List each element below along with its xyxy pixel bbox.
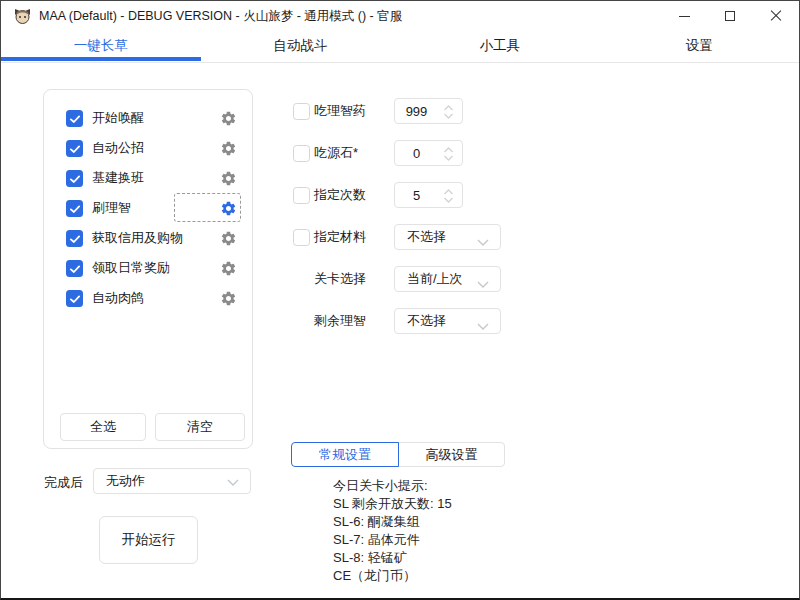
settings-tab-advanced[interactable]: 高级设置: [398, 442, 505, 467]
fight-row: 指定次数5: [1, 180, 799, 210]
tip-line: CE（龙门币）: [333, 567, 452, 585]
dropdown[interactable]: 不选择: [394, 308, 501, 334]
fight-checkbox[interactable]: [293, 145, 310, 162]
fight-row: 指定材料不选择: [1, 222, 799, 252]
window-title: MAA (Default) - DEBUG VERSION - 火山旅梦 - 通…: [39, 8, 402, 25]
start-run-button[interactable]: 开始运行: [99, 516, 198, 564]
dropdown-value: 无动作: [106, 472, 145, 490]
fight-checkbox[interactable]: [293, 187, 310, 204]
clear-button[interactable]: 清空: [155, 413, 245, 441]
close-icon: [770, 10, 782, 22]
tip-line: SL-7: 晶体元件: [333, 531, 452, 549]
fight-label: 剩余理智: [314, 312, 366, 330]
app-icon: [14, 8, 31, 25]
tab-label: 一键长草: [74, 37, 128, 55]
settings-tab-general[interactable]: 常规设置: [291, 442, 399, 467]
window-controls: [661, 1, 799, 31]
fight-label: 指定材料: [314, 228, 366, 246]
fight-row: 吃理智药999: [1, 96, 799, 126]
settings-tab-label: 常规设置: [319, 446, 371, 464]
dropdown-value: 不选择: [407, 228, 446, 246]
after-completion-label: 完成后: [44, 474, 83, 492]
fight-label: 吃源石*: [314, 144, 358, 162]
chevron-down-icon: [477, 319, 489, 334]
main-tabs: 一键长草自动战斗小工具设置: [1, 31, 799, 61]
tabbar-divider: [1, 62, 799, 63]
tab-farming[interactable]: 一键长草: [1, 31, 201, 61]
dropdown[interactable]: 当前/上次: [394, 266, 501, 292]
spinner-arrows-icon[interactable]: [443, 146, 454, 166]
tip-line: SL-8: 轻锰矿: [333, 549, 452, 567]
chevron-down-icon: [477, 235, 489, 250]
tab-copilot[interactable]: 自动战斗: [201, 31, 401, 61]
number-spinner[interactable]: 5: [394, 182, 463, 208]
tab-settings[interactable]: 设置: [600, 31, 800, 61]
tab-label: 设置: [686, 37, 713, 55]
settings-tab-label: 高级设置: [426, 446, 478, 464]
chevron-down-icon: [477, 277, 489, 292]
dropdown-value: 当前/上次: [407, 270, 463, 288]
close-button[interactable]: [753, 1, 799, 31]
fight-label: 指定次数: [314, 186, 366, 204]
spinner-value: 999: [395, 99, 438, 123]
maximize-icon: [725, 11, 735, 21]
spinner-value: 5: [395, 183, 438, 207]
fight-label: 关卡选择: [314, 270, 366, 288]
stage-tips: 今日关卡小提示:SL 剩余开放天数: 15SL-6: 酮凝集组SL-7: 晶体元…: [333, 477, 452, 585]
minimize-icon: [679, 16, 690, 17]
dropdown-value: 不选择: [407, 312, 446, 330]
dropdown[interactable]: 不选择: [394, 224, 501, 250]
fight-label: 吃理智药: [314, 102, 366, 120]
tab-toolbox[interactable]: 小工具: [400, 31, 600, 61]
fight-row: 吃源石*0: [1, 138, 799, 168]
spinner-value: 0: [395, 141, 438, 165]
spinner-arrows-icon[interactable]: [443, 104, 454, 124]
title-bar: MAA (Default) - DEBUG VERSION - 火山旅梦 - 通…: [1, 1, 799, 31]
tip-line: SL 剩余开放天数: 15: [333, 495, 452, 513]
fight-row: 关卡选择当前/上次: [1, 264, 799, 294]
tip-line: SL-6: 酮凝集组: [333, 513, 452, 531]
tab-label: 小工具: [480, 37, 521, 55]
tab-label: 自动战斗: [273, 37, 327, 55]
fight-row: 剩余理智不选择: [1, 306, 799, 336]
minimize-button[interactable]: [661, 1, 707, 31]
spinner-arrows-icon[interactable]: [443, 188, 454, 208]
select-all-button[interactable]: 全选: [60, 413, 146, 441]
chevron-down-icon: [227, 479, 239, 487]
maximize-button[interactable]: [707, 1, 753, 31]
fight-checkbox[interactable]: [293, 229, 310, 246]
app-window: MAA (Default) - DEBUG VERSION - 火山旅梦 - 通…: [0, 0, 800, 600]
number-spinner[interactable]: 999: [394, 98, 463, 124]
tip-line: 今日关卡小提示:: [333, 477, 452, 495]
after-completion-dropdown[interactable]: 无动作: [93, 468, 251, 494]
active-tab-underline: [1, 57, 201, 61]
settings-tabs: 常规设置高级设置: [291, 442, 505, 467]
fight-checkbox[interactable]: [293, 103, 310, 120]
number-spinner[interactable]: 0: [394, 140, 463, 166]
